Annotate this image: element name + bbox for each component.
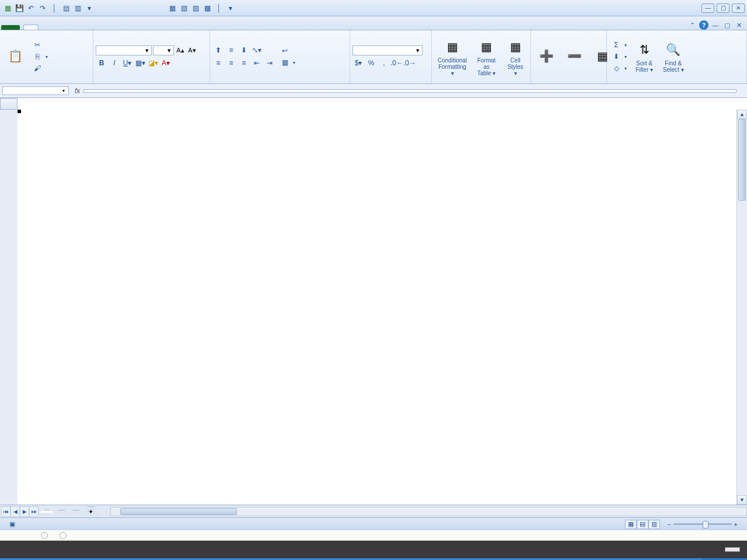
align-left-icon[interactable]: ≡ [212, 58, 224, 68]
shrink-font-icon[interactable]: A▾ [187, 47, 197, 54]
bold-button[interactable]: B [96, 58, 107, 68]
undo-icon[interactable]: ↶ [26, 3, 36, 13]
redo-icon[interactable]: ↷ [37, 3, 48, 13]
scroll-down-icon[interactable]: ▼ [737, 495, 747, 505]
tab-formulas[interactable] [67, 25, 81, 30]
align-bot-icon[interactable]: ⬇ [238, 45, 250, 55]
next-sheet-icon[interactable]: ▶ [20, 506, 29, 517]
file-tab[interactable] [1, 25, 20, 30]
paste-button[interactable]: 📋 [2, 46, 28, 68]
indent-inc-icon[interactable]: ⇥ [264, 58, 275, 68]
save-icon[interactable]: 💾 [14, 3, 25, 13]
close-button[interactable]: ✕ [732, 4, 745, 13]
copy-button[interactable]: ⎘ ▾ [30, 51, 50, 62]
underline-button[interactable]: U▾ [121, 58, 133, 68]
tab-developer[interactable] [123, 25, 137, 30]
break-view-icon[interactable]: ▥ [648, 520, 660, 529]
window-min-icon[interactable]: — [711, 20, 720, 30]
qat-btn-icon[interactable]: ▤ [61, 3, 71, 13]
styles-icon: ▦ [506, 37, 525, 56]
maximize-button[interactable]: ▢ [717, 4, 729, 13]
font-color-button[interactable]: A▾ [160, 58, 172, 68]
qat-btn-icon[interactable]: ▦ [167, 3, 177, 13]
radio-option[interactable] [60, 532, 69, 539]
align-right-icon[interactable]: ≡ [238, 58, 250, 68]
minimize-ribbon-icon[interactable]: ⌃ [687, 20, 697, 30]
scroll-thumb[interactable] [738, 119, 746, 201]
tab-page-layout[interactable] [53, 25, 67, 30]
qat-more-icon[interactable]: ▾ [84, 3, 95, 13]
help-icon[interactable]: ? [699, 20, 708, 30]
window-restore-icon[interactable]: ▢ [722, 20, 732, 30]
last-sheet-icon[interactable]: ⏭ [29, 506, 39, 517]
align-top-icon[interactable]: ⬆ [212, 45, 224, 55]
clear-button[interactable]: ◇ ▾ [609, 63, 629, 74]
qat-btn-icon[interactable]: ▥ [72, 3, 83, 13]
currency-icon[interactable]: $▾ [352, 58, 364, 68]
select-all-button[interactable] [0, 98, 18, 110]
fill-button[interactable]: ⬇ ▾ [609, 51, 629, 62]
autosum-button[interactable]: Σ ▾ [609, 40, 629, 50]
macro-icon[interactable]: ▣ [9, 520, 15, 528]
ribbon: 📋 ✂ ⎘ ▾ 🖌 ▾ ▾ A▴ A▾ B I U▾ ▦▾ [0, 30, 747, 84]
align-center-icon[interactable]: ≡ [225, 58, 237, 68]
qat-btn-icon[interactable]: ▨ [190, 3, 201, 13]
qat-more-icon[interactable]: ▾ [225, 3, 236, 13]
align-mid-icon[interactable]: ≡ [225, 45, 237, 55]
cond-format-button[interactable]: ▦ConditionalFormatting ▾ [434, 36, 470, 78]
format-table-button[interactable]: ▦Formatas Table ▾ [473, 36, 500, 78]
cell-styles-button[interactable]: ▦CellStyles ▾ [502, 36, 528, 78]
formula-input[interactable] [83, 89, 736, 93]
sheet-tab[interactable] [54, 510, 69, 513]
font-name-combo[interactable]: ▾ [96, 46, 152, 55]
format-painter-button[interactable]: 🖌 [30, 63, 50, 74]
tab-home[interactable] [23, 24, 39, 30]
fill-color-button[interactable]: ◪▾ [147, 58, 159, 68]
qat-btn-icon[interactable]: ▩ [202, 3, 212, 13]
window-close-icon[interactable]: ✕ [734, 20, 743, 30]
name-box[interactable]: ▾ [2, 86, 69, 95]
grow-font-icon[interactable]: A▴ [175, 47, 186, 54]
italic-button[interactable]: I [109, 58, 120, 68]
vertical-scrollbar[interactable]: ▲ ▼ [736, 110, 747, 505]
sort-filter-button[interactable]: ⇅Sort &Filter ▾ [631, 39, 657, 74]
accept-button[interactable] [725, 547, 740, 552]
inc-decimal-icon[interactable]: .0← [391, 58, 403, 68]
qat-btn-icon[interactable]: ▧ [179, 3, 189, 13]
fx-icon[interactable]: fx [71, 87, 83, 95]
percent-icon[interactable]: % [365, 58, 377, 68]
wrap-text-button[interactable]: ↩ [278, 46, 298, 56]
sheet-tab[interactable] [39, 510, 54, 513]
tab-insert[interactable] [39, 25, 53, 30]
tab-view[interactable] [109, 25, 123, 30]
horizontal-scrollbar[interactable] [110, 507, 747, 516]
comma-icon[interactable]: , [378, 58, 390, 68]
zoom-in-icon[interactable]: + [734, 521, 738, 528]
minimize-button[interactable]: — [701, 4, 714, 13]
delete-button[interactable]: ➖ [561, 46, 587, 68]
find-select-button[interactable]: 🔍Find &Select ▾ [659, 39, 687, 74]
scroll-thumb[interactable] [120, 508, 237, 515]
radio-option[interactable] [41, 532, 50, 539]
merge-button[interactable]: ▦ ▾ [278, 57, 298, 68]
indent-dec-icon[interactable]: ⇤ [251, 58, 263, 68]
new-sheet-tab[interactable]: ✦ [83, 506, 99, 517]
orientation-icon[interactable]: ⤡▾ [251, 45, 263, 55]
first-sheet-icon[interactable]: ⏮ [1, 506, 11, 517]
font-size-combo[interactable]: ▾ [153, 46, 174, 55]
layout-view-icon[interactable]: ▤ [637, 520, 648, 529]
insert-button[interactable]: ➕ [533, 46, 559, 68]
fill-handle[interactable] [18, 110, 21, 113]
cut-button[interactable]: ✂ [30, 40, 50, 50]
tab-review[interactable] [95, 25, 109, 30]
zoom-out-icon[interactable]: − [667, 521, 671, 528]
sheet-tab[interactable] [68, 510, 83, 513]
border-button[interactable]: ▦▾ [134, 58, 146, 68]
prev-sheet-icon[interactable]: ◀ [11, 506, 20, 517]
zoom-slider[interactable] [673, 523, 732, 525]
number-format-combo[interactable]: ▾ [352, 46, 423, 55]
normal-view-icon[interactable]: ▦ [625, 520, 637, 529]
scroll-up-icon[interactable]: ▲ [737, 110, 747, 119]
tab-data[interactable] [81, 25, 95, 30]
dec-decimal-icon[interactable]: .0→ [404, 58, 416, 68]
